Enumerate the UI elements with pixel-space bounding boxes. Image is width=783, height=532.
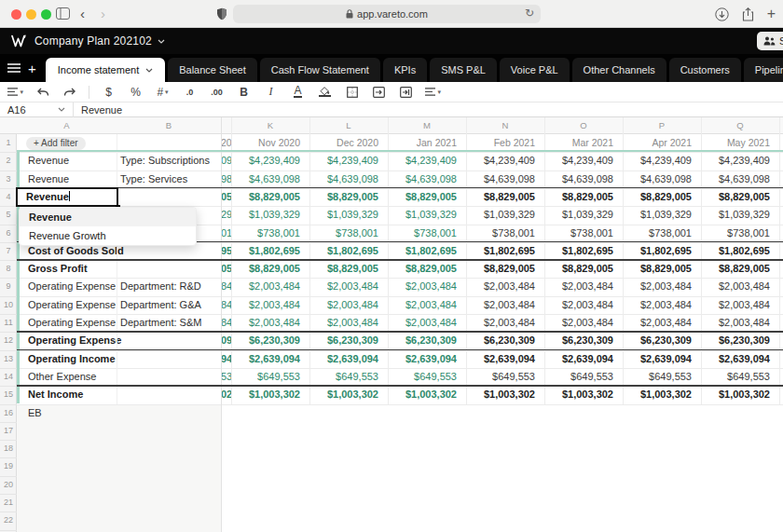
cell-J2[interactable]: 09 [221, 152, 231, 170]
plan-chevron-down-icon[interactable] [158, 39, 165, 44]
cell-K8[interactable]: $8,829,005 [231, 260, 309, 278]
share-icon[interactable] [742, 7, 754, 21]
cell-M3[interactable]: $4,639,098 [388, 171, 466, 188]
cell-Q4[interactable]: $8,829,005 [701, 188, 779, 206]
sheet-tab-voice-p-l[interactable]: Voice P&L [500, 58, 570, 82]
cell-P4[interactable]: $8,829,005 [623, 188, 701, 206]
cell-M2[interactable]: $4,239,409 [388, 152, 466, 170]
cell-P2[interactable]: $4,239,409 [623, 152, 701, 170]
cell-O15[interactable]: $1,003,302 [544, 386, 623, 403]
cell-K4[interactable]: $8,829,005 [231, 188, 309, 206]
number-format-button[interactable]: #▾ [155, 84, 171, 101]
cell-J6[interactable]: 01 [221, 225, 231, 242]
cell-J8[interactable]: 05 [221, 260, 231, 278]
cell-P12[interactable]: $6,230,309 [623, 332, 701, 349]
cell-K9[interactable]: $2,003,484 [231, 278, 309, 295]
row-header-20[interactable]: 20 [0, 476, 17, 494]
row-header-19[interactable]: 19 [0, 457, 17, 475]
row-header-10[interactable]: 10 [0, 296, 17, 314]
column-header-L[interactable]: L [309, 117, 388, 134]
cell-J3[interactable]: 98 [221, 171, 231, 188]
cell-P6[interactable]: $738,001 [623, 225, 701, 242]
cell-M11[interactable]: $2,003,484 [388, 314, 466, 332]
cell-Q15[interactable]: $1,003,302 [701, 386, 779, 403]
sheet-tab-sms-p-l[interactable]: SMS P&L [430, 58, 497, 82]
cell-P13[interactable]: $2,639,094 [623, 350, 701, 368]
cell-P10[interactable]: $2,003,484 [623, 296, 701, 314]
cell-L8[interactable]: $8,829,005 [309, 260, 388, 278]
dropdown-option-revenue-growth[interactable]: Revenue Growth [20, 226, 196, 245]
cell-N14[interactable]: $649,553 [466, 368, 544, 386]
cell-P5[interactable]: $1,039,329 [623, 206, 701, 224]
cell-O5[interactable]: $1,039,329 [544, 206, 623, 224]
cell-M14[interactable]: $649,553 [388, 368, 466, 386]
cell-Q7[interactable]: $1,802,695 [701, 242, 779, 260]
add-sheet-icon[interactable]: + [28, 61, 36, 76]
sheet-tab-income-statement[interactable]: Income statement [46, 58, 165, 82]
bold-button[interactable]: B [236, 84, 252, 101]
cell-L5[interactable]: $1,039,329 [309, 206, 388, 224]
reload-icon[interactable]: ↻ [525, 7, 534, 20]
cell-Q14[interactable]: $649,553 [701, 368, 779, 386]
cell-N2[interactable]: $4,239,409 [466, 152, 544, 170]
cell-M4[interactable]: $8,829,005 [388, 188, 466, 206]
cell-A12[interactable]: Operating Expense [17, 332, 221, 349]
cell-N12[interactable]: $6,230,309 [466, 332, 544, 349]
currency-format-button[interactable]: $ [101, 84, 117, 101]
cell-J15[interactable]: 02 [221, 386, 231, 403]
cell-O9[interactable]: $2,003,484 [544, 278, 623, 295]
address-bar[interactable]: app.vareto.com ↻ [233, 5, 541, 23]
cell-J12[interactable]: 09 [221, 332, 231, 349]
column-header-B[interactable]: B [117, 117, 221, 134]
row-header-3[interactable]: 3 [0, 171, 17, 188]
cell-K15[interactable]: $1,003,302 [231, 386, 309, 403]
sheet-tab-cash-flow-statement[interactable]: Cash Flow Statement [260, 58, 380, 82]
row-header-15[interactable]: 15 [0, 386, 17, 403]
cell-K13[interactable]: $2,639,094 [231, 350, 309, 368]
cell-P11[interactable]: $2,003,484 [623, 314, 701, 332]
cell-Q13[interactable]: $2,639,094 [701, 350, 779, 368]
share-button[interactable]: Sh [757, 32, 783, 50]
indent-decrease-icon[interactable] [371, 84, 387, 101]
cell-N7[interactable]: $1,802,695 [466, 242, 544, 260]
cell-N3[interactable]: $4,639,098 [466, 171, 544, 188]
row-header-17[interactable]: 17 [0, 422, 17, 440]
cell-L2[interactable]: $4,239,409 [309, 152, 388, 170]
back-button[interactable]: ‹ [80, 4, 85, 24]
cell-K2[interactable]: $4,239,409 [231, 152, 309, 170]
row-header-12[interactable]: 12 [0, 332, 17, 349]
cell-M7[interactable]: $1,802,695 [388, 242, 466, 260]
plan-title[interactable]: Company Plan 202102 [34, 34, 152, 48]
cell-B9[interactable]: Department: R&D [117, 278, 221, 295]
cell-M8[interactable]: $8,829,005 [388, 260, 466, 278]
cell-L4[interactable]: $8,829,005 [309, 188, 388, 206]
cell-J4[interactable]: 05 [221, 188, 231, 206]
downloads-icon[interactable] [715, 7, 729, 21]
cell-P8[interactable]: $8,829,005 [623, 260, 701, 278]
cell-L12[interactable]: $6,230,309 [309, 332, 388, 349]
row-header-9[interactable]: 9 [0, 278, 17, 295]
cell-P9[interactable]: $2,003,484 [623, 278, 701, 295]
dropdown-option-revenue[interactable]: Revenue [20, 208, 196, 226]
cell-B2[interactable]: Type: Subscriptions [117, 152, 221, 170]
borders-icon[interactable] [344, 84, 360, 101]
row-header-2[interactable]: 2 [0, 152, 17, 170]
cell-L13[interactable]: $2,639,094 [309, 350, 388, 368]
cell-Q9[interactable]: $2,003,484 [701, 278, 779, 295]
cell-O7[interactable]: $1,802,695 [544, 242, 623, 260]
formula-input[interactable]: Revenue [81, 104, 122, 116]
cell-L6[interactable]: $738,001 [309, 225, 388, 242]
cell-P3[interactable]: $4,639,098 [623, 171, 701, 188]
row-header-18[interactable]: 18 [0, 440, 17, 457]
cell-J11[interactable]: 84 [221, 314, 231, 332]
decrease-decimals-button[interactable]: .0 [182, 84, 198, 101]
cell-P15[interactable]: $1,003,302 [623, 386, 701, 403]
cell-Q3[interactable]: $4,639,098 [701, 171, 779, 188]
cell-N11[interactable]: $2,003,484 [466, 314, 544, 332]
cell-J9[interactable]: 84 [221, 278, 231, 295]
cell-J5[interactable]: 29 [221, 206, 231, 224]
cell-K10[interactable]: $2,003,484 [231, 296, 309, 314]
sheet-tab-other-channels[interactable]: Other Channels [572, 58, 666, 82]
cell-N8[interactable]: $8,829,005 [466, 260, 544, 278]
cell-O12[interactable]: $6,230,309 [544, 332, 623, 349]
